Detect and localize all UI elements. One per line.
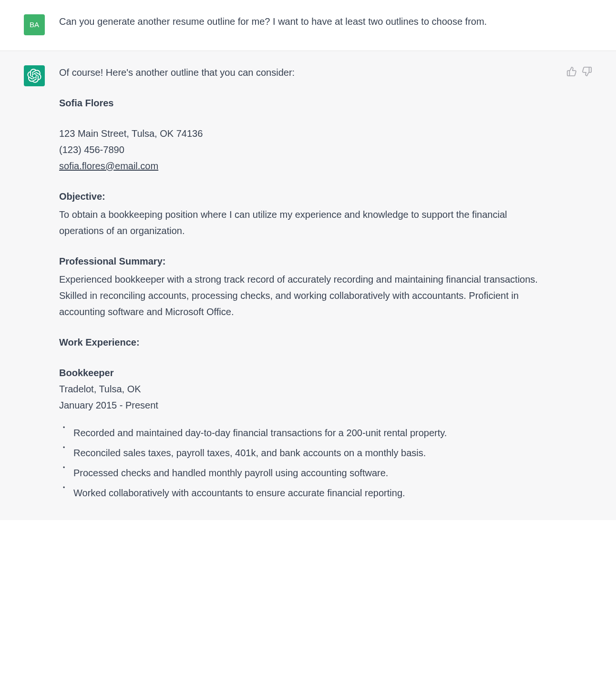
message-actions	[566, 66, 592, 505]
summary-text: Experienced bookkeeper with a strong tra…	[59, 274, 538, 317]
assistant-message-content: Of course! Here's another outline that y…	[59, 64, 547, 505]
summary-label: Professional Summary:	[59, 256, 165, 266]
resume-name: Sofia Flores	[59, 95, 547, 111]
user-message-text: Can you generate another resume outline …	[59, 13, 555, 35]
resume-email-link[interactable]: sofia.flores@email.com	[59, 161, 158, 171]
list-item: Recorded and maintained day-to-day finan…	[73, 425, 547, 441]
job-title: Bookkeeper	[59, 365, 547, 381]
openai-logo-icon	[27, 69, 41, 83]
list-item: Worked collaboratively with accountants …	[73, 485, 547, 501]
resume-phone: (123) 456-7890	[59, 142, 547, 158]
objective-text: To obtain a bookkeeping position where I…	[59, 209, 507, 236]
job-company: Tradelot, Tulsa, OK	[59, 381, 547, 397]
assistant-avatar	[24, 65, 45, 86]
user-avatar: BA	[24, 14, 45, 35]
job-dates: January 2015 - Present	[59, 397, 547, 413]
assistant-message-block: Of course! Here's another outline that y…	[0, 51, 616, 520]
objective-label: Objective:	[59, 191, 105, 202]
resume-address: 123 Main Street, Tulsa, OK 74136	[59, 125, 547, 142]
user-avatar-initials: BA	[30, 19, 39, 31]
list-item: Reconciled sales taxes, payroll taxes, 4…	[73, 445, 547, 461]
user-message-block: BA Can you generate another resume outli…	[0, 0, 616, 51]
thumbs-up-icon[interactable]	[566, 66, 577, 77]
job-bullet-list: Recorded and maintained day-to-day finan…	[59, 425, 547, 501]
thumbs-down-icon[interactable]	[582, 66, 592, 77]
list-item: Processed checks and handled monthly pay…	[73, 465, 547, 481]
assistant-intro-text: Of course! Here's another outline that y…	[59, 64, 547, 81]
work-experience-label: Work Experience:	[59, 337, 140, 348]
